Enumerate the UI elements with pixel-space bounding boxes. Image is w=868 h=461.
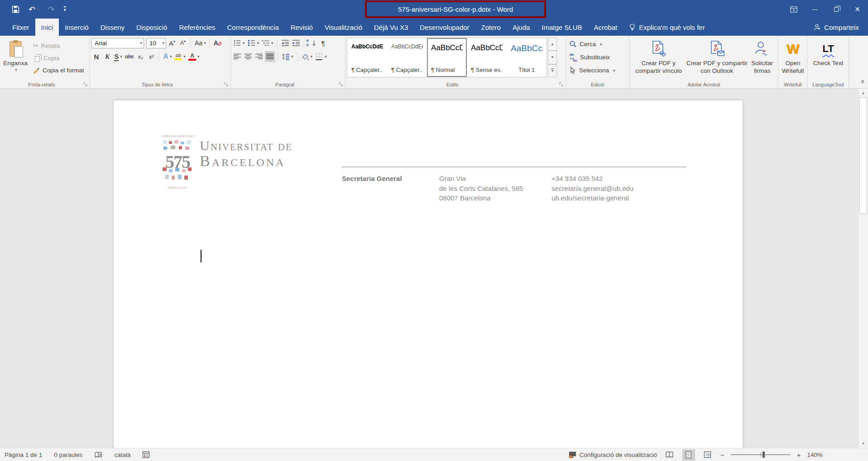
print-layout-button[interactable] [682, 449, 695, 461]
create-pdf-share-link-button[interactable]: Crear PDF y compartir vínculo [631, 38, 686, 79]
style-capcalera-1[interactable]: AaBbCcDdEe ¶ Capçaler... [347, 38, 387, 77]
display-settings-button[interactable]: Configuració de visualització [568, 451, 657, 459]
minimize-button[interactable]: ─ [804, 0, 825, 19]
tab-fitxer[interactable]: Fitxer [6, 19, 35, 36]
open-writefull-button[interactable]: W Open Writefull [780, 38, 806, 79]
tab-correspondencia[interactable]: Correspondència [221, 19, 284, 36]
shading-button[interactable]: ▾ [300, 51, 314, 62]
language-indicator[interactable]: català [114, 451, 130, 458]
close-button[interactable]: × [847, 0, 868, 19]
format-painter-button[interactable]: Copia el format [31, 65, 86, 76]
document-canvas[interactable]: · LIBERTAS PERFVNDET · [0, 89, 858, 448]
font-size-combo[interactable]: 10▾ [146, 38, 166, 48]
find-button[interactable]: Cerca▾ [567, 38, 628, 50]
vertical-scrollbar[interactable]: ▲ ▼ [858, 89, 868, 448]
tab-imatge-slub[interactable]: Imatge SLUB [536, 19, 588, 36]
styles-more-button[interactable]: ▼ [548, 64, 557, 77]
tab-visualitzacio[interactable]: Visualització [319, 19, 368, 36]
proofing-status-button[interactable] [94, 451, 102, 459]
text-effects-button[interactable]: A▾ [162, 51, 173, 62]
borders-button[interactable]: ▾ [314, 51, 328, 62]
paste-dropdown[interactable]: ▾ [15, 67, 17, 72]
styles-dialog-launcher-icon[interactable] [559, 82, 564, 87]
underline-button[interactable]: S▾ [113, 51, 123, 62]
zoom-slider-handle[interactable] [762, 451, 765, 458]
ribbon-display-options-button[interactable] [783, 0, 804, 19]
tab-disseny[interactable]: Disseny [95, 19, 130, 36]
tab-insercio[interactable]: Inserció [59, 19, 95, 36]
italic-button[interactable]: K [102, 51, 112, 62]
styles-scroll-up-button[interactable]: ▲ [548, 38, 557, 51]
clipboard-dialog-launcher-icon[interactable] [83, 82, 88, 87]
undo-button[interactable]: ↶▾ [29, 5, 39, 14]
font-color-button[interactable]: A ▾ [187, 51, 201, 62]
style-titol-1[interactable]: AaBbCc Títol 1 [507, 38, 547, 77]
tab-inici[interactable]: Inici [35, 19, 59, 36]
cut-button[interactable]: ✂ Retalla [31, 40, 86, 51]
tab-dejavu-x3[interactable]: Déjà Vu X3 [368, 19, 414, 36]
font-dialog-launcher-icon[interactable] [224, 82, 229, 87]
web-layout-button[interactable] [701, 449, 714, 461]
align-left-button[interactable] [232, 51, 242, 62]
word-count[interactable]: 0 paraules [54, 451, 82, 458]
customize-qat-button[interactable]: ▾ [64, 6, 66, 12]
style-normal[interactable]: AaBbCcDd ¶ Normal [427, 38, 467, 77]
numbered-list-button[interactable]: ▾ [247, 38, 260, 48]
sort-button[interactable]: A Z [307, 38, 317, 48]
save-icon[interactable] [12, 5, 19, 13]
tab-disposicio[interactable]: Disposició [130, 19, 173, 36]
change-case-button[interactable]: Aa▾ [194, 38, 207, 48]
bold-button[interactable]: N [91, 51, 101, 62]
highlight-color-button[interactable]: ab ▾ [173, 51, 187, 62]
share-button[interactable]: Comparteix [805, 19, 868, 36]
superscript-button[interactable]: x² [146, 51, 156, 62]
select-button[interactable]: Selecciona▾ [567, 65, 628, 76]
line-spacing-button[interactable]: ▾ [281, 51, 294, 62]
shrink-font-button[interactable]: A▾ [178, 38, 188, 48]
tab-zotero[interactable]: Zotero [475, 19, 507, 36]
macro-recording-button[interactable] [142, 451, 150, 458]
style-sense-espaiat[interactable]: AaBbCcDd ¶ Sense es... [467, 38, 507, 77]
paste-button[interactable]: Enganxa ▾ [1, 38, 29, 79]
justify-button[interactable] [265, 51, 275, 62]
strikethrough-button[interactable]: abc [124, 51, 134, 62]
paragraph-dialog-launcher-icon[interactable] [338, 82, 343, 87]
redo-button[interactable]: ↷ [48, 5, 55, 14]
copy-button[interactable]: Copia [31, 52, 86, 63]
bullet-list-button[interactable]: ▾ [232, 38, 246, 48]
styles-scroll-down-button[interactable]: ▼ [548, 51, 557, 64]
check-text-button[interactable]: LT Check Text [809, 38, 847, 79]
document-page[interactable]: · LIBERTAS PERFVNDET · [114, 100, 743, 448]
collapse-ribbon-button[interactable]: ∧ [860, 78, 865, 85]
read-mode-button[interactable] [663, 449, 676, 461]
scroll-down-button[interactable]: ▼ [858, 439, 868, 448]
scroll-up-button[interactable]: ▲ [858, 89, 868, 97]
tab-referencies[interactable]: Referències [173, 19, 221, 36]
align-right-button[interactable] [254, 51, 264, 62]
zoom-in-button[interactable]: + [797, 451, 801, 459]
page-indicator[interactable]: Pàgina 1 de 1 [5, 451, 42, 458]
increase-indent-button[interactable] [291, 38, 301, 48]
tab-revisio[interactable]: Revisió [285, 19, 319, 36]
grow-font-button[interactable]: A▴ [167, 38, 177, 48]
zoom-out-button[interactable]: − [720, 451, 724, 459]
scrollbar-thumb[interactable] [859, 97, 867, 214]
restore-button[interactable] [825, 0, 847, 19]
request-signatures-button[interactable]: Solicitar firmas [748, 38, 777, 79]
font-family-combo[interactable]: Arial▾ [91, 38, 144, 48]
subscript-button[interactable]: x₂ [135, 51, 145, 62]
multilevel-list-button[interactable]: ▾ [261, 38, 274, 48]
decrease-indent-button[interactable] [280, 38, 290, 48]
tell-me-box[interactable]: Explica'm què vols fer [623, 19, 710, 36]
align-center-button[interactable] [243, 51, 253, 62]
zoom-level[interactable]: 140% [807, 451, 823, 458]
clear-formatting-button[interactable]: A [213, 38, 223, 48]
zoom-slider[interactable] [731, 450, 791, 459]
tab-acrobat[interactable]: Acrobat [588, 19, 623, 36]
replace-button[interactable]: ab ac Substitueix [567, 52, 628, 63]
tab-desenvolupador[interactable]: Desenvolupador [414, 19, 475, 36]
style-capcalera-2[interactable]: AaBbCcDdEe ¶ Capçaler... [387, 38, 427, 77]
show-formatting-marks-button[interactable]: ¶ [318, 38, 328, 48]
create-pdf-share-outlook-button[interactable]: Crear PDF y compartir con Outlook [686, 38, 748, 79]
tab-ajuda[interactable]: Ajuda [507, 19, 536, 36]
